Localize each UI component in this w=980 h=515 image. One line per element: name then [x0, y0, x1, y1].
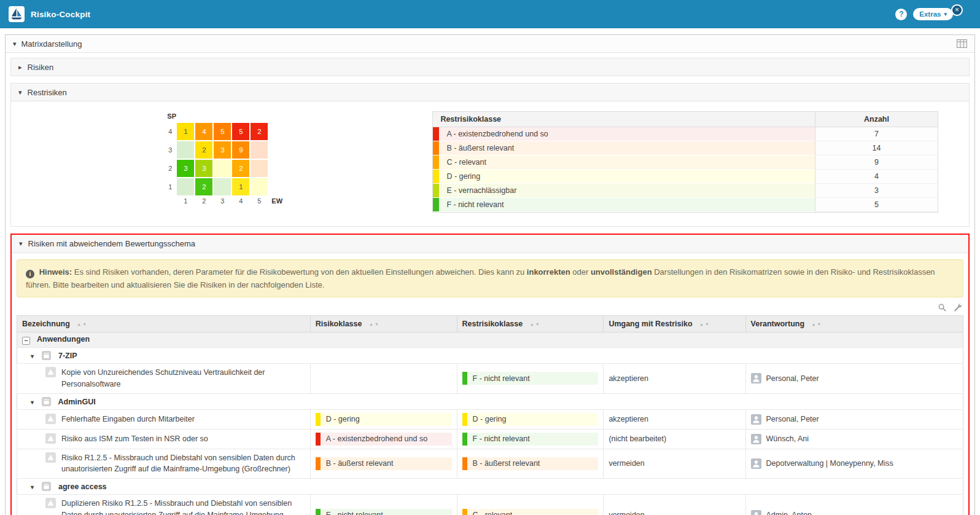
group-row-anwendungen[interactable]: − Anwendungen [17, 332, 963, 348]
matrix-cell[interactable]: 3 [177, 160, 194, 177]
restrisiken-body: SP 4 1 4 5 5 2 3 2 [10, 101, 970, 227]
class-color-swatch [433, 170, 439, 183]
matrix-x-tick: 1 [177, 197, 194, 205]
class-label: C - relevant [439, 155, 494, 169]
matrix-cell[interactable]: 2 [232, 160, 249, 177]
umgang-cell: vermeiden [604, 449, 745, 479]
risk-row[interactable]: Risiko R1.2.5 - Missbrauch und Diebstahl… [17, 449, 963, 479]
extras-label: Extras [919, 10, 941, 18]
legend-col-class: Restrisikoklasse [433, 112, 815, 127]
matrix-cell[interactable]: 4 [195, 123, 212, 140]
hint-label: Hinweis: [39, 267, 72, 277]
class-count: 14 [815, 141, 938, 155]
risk-row[interactable]: Fehlerhafte Eingaben durch Mitarbeiter D… [17, 409, 963, 429]
column-header-umgang[interactable]: Umgang mit Restrisiko ▲▼ [604, 316, 745, 332]
matrix-cell[interactable]: 3 [214, 141, 231, 159]
restrisikoklasse-badge: D - gering [462, 413, 599, 426]
section-header-risiken[interactable]: ▸ Risiken [10, 58, 970, 76]
application-icon [42, 482, 51, 491]
risk-row[interactable]: Kopie von Unzureichendes Schutzniveau Ve… [17, 364, 963, 394]
restrisikoklasse-badge: B - äußerst relevant [462, 457, 599, 470]
restrisiko-class-row[interactable]: A - existenzbedrohend und so 7 [433, 127, 938, 141]
class-label: F - nicht relevant [439, 198, 511, 211]
matrix-cell[interactable]: 2 [195, 141, 212, 159]
extras-button[interactable]: Extras ▾ [913, 8, 953, 20]
verantwortung-cell: Admin, Anton [745, 495, 963, 515]
matrix-row: 1 2 1 [161, 178, 282, 195]
subgroup-label: AdminGUI [58, 398, 96, 406]
person-icon [751, 373, 761, 383]
responsible-name: Admin, Anton [766, 511, 812, 515]
matrix-x-tick: 3 [214, 197, 231, 205]
restrisiko-class-table: Restrisikoklasse Anzahl A - existenzbedr… [432, 111, 938, 213]
caret-down-icon[interactable]: ▾ [31, 484, 34, 490]
class-label: D - gering [439, 170, 488, 183]
matrix-cell[interactable]: 1 [232, 178, 249, 195]
class-count: 7 [815, 127, 938, 141]
restrisikoklasse-badge: C - relevant [462, 509, 599, 515]
subgroup-row-admingui[interactable]: ▾ AdminGUI [17, 393, 963, 409]
matrix-x-tick: 2 [195, 197, 212, 205]
risikoklasse-cell [310, 364, 457, 394]
risk-name: Duplizieren Risiko R1.2.5 - Missbrauch u… [61, 498, 305, 515]
risk-name: Risiko R1.2.5 - Missbrauch und Diebstahl… [61, 452, 305, 476]
close-button[interactable]: ✕ [951, 4, 963, 16]
section-header-restrisiken[interactable]: ▾ Restrisiken [10, 83, 970, 101]
class-label: B - äußerst relevant [439, 141, 521, 155]
restrisiko-class-row[interactable]: D - gering 4 [433, 170, 938, 184]
caret-down-icon[interactable]: ▾ [31, 399, 34, 406]
matrix-x-tick: 5 [251, 197, 268, 205]
matrix-cell[interactable]: 3 [195, 160, 212, 177]
risk-row[interactable]: Duplizieren Risiko R1.2.5 - Missbrauch u… [17, 495, 963, 515]
risk-icon [45, 433, 56, 444]
restrisiko-class-row[interactable]: C - relevant 9 [433, 155, 938, 170]
risk-icon [45, 498, 56, 508]
restrisiko-class-row[interactable]: F - nicht relevant 5 [433, 198, 938, 212]
search-icon [938, 303, 947, 312]
matrix-y-tick: 1 [161, 183, 177, 191]
risikoklasse-cell: F - nicht relevant [310, 495, 457, 515]
matrix-cell[interactable]: 2 [251, 123, 268, 140]
restrisiko-class-row[interactable]: E - vernachlässigbar 3 [433, 184, 938, 198]
risk-table: Bezeichnung ▲▼ Risikoklasse ▲▼ Restrisik… [17, 315, 963, 515]
column-header-verantwortung[interactable]: Verantwortung ▲▼ [745, 316, 963, 332]
grid-layout-button[interactable] [957, 39, 967, 48]
subgroup-row-7zip[interactable]: ▾ 7-ZIP [17, 348, 963, 364]
matrix-row: 2 3 3 2 [161, 160, 282, 177]
table-toolbar [17, 302, 962, 313]
matrix-cell[interactable]: 5 [232, 123, 249, 140]
risikoklasse-cell: B - äußerst relevant [310, 449, 457, 479]
column-header-restrisikoklasse[interactable]: Restrisikoklasse ▲▼ [457, 316, 604, 332]
app-header: Risiko-Cockpit ? Extras ▾ [0, 0, 980, 28]
risk-icon [45, 367, 56, 377]
subgroup-row-agree-access[interactable]: ▾ agree access [17, 479, 963, 495]
caret-right-icon: ▸ [18, 64, 22, 71]
column-header-bezeichnung[interactable]: Bezeichnung ▲▼ [17, 316, 311, 332]
person-icon [751, 458, 761, 469]
risk-name: Kopie von Unzureichendes Schutzniveau Ve… [61, 367, 305, 390]
search-button[interactable] [938, 303, 947, 312]
settings-button[interactable] [953, 303, 962, 312]
column-header-risikoklasse[interactable]: Risikoklasse ▲▼ [310, 316, 457, 332]
restrisiko-class-row[interactable]: B - äußerst relevant 14 [433, 141, 938, 155]
matrix-cell[interactable]: 9 [232, 141, 249, 159]
matrix-x-axis: 1 2 3 4 5 EW [161, 197, 282, 205]
help-button[interactable]: ? [895, 9, 907, 20]
verantwortung-cell: Personal, Peter [745, 409, 963, 429]
section-header-matrixdarstellung[interactable]: ▾ Matrixdarstellung [6, 35, 974, 53]
risk-row[interactable]: Risiko aus ISM zum Testen in NSR oder so… [17, 429, 963, 449]
risikoklasse-cell: A - existenzbedrohend und so [310, 429, 457, 449]
matrix-cell[interactable]: 5 [214, 123, 231, 140]
legend-header-row: Restrisikoklasse Anzahl [433, 112, 938, 127]
subgroup-label: agree access [58, 482, 107, 491]
app-title: Risiko-Cockpit [31, 10, 90, 19]
matrix-cell[interactable]: 1 [177, 123, 194, 140]
class-count: 9 [815, 155, 938, 170]
risk-icon [45, 452, 56, 463]
class-count: 3 [815, 184, 938, 198]
collapse-minus-icon[interactable]: − [22, 337, 30, 345]
section-header-abweichend[interactable]: ▾ Risiken mit abweichendem Bewertungssch… [12, 235, 968, 253]
matrix-cell[interactable]: 2 [195, 178, 212, 195]
caret-down-icon[interactable]: ▾ [31, 353, 34, 360]
verantwortung-cell: Depotverwaltung | Moneypenny, Miss [745, 449, 963, 479]
